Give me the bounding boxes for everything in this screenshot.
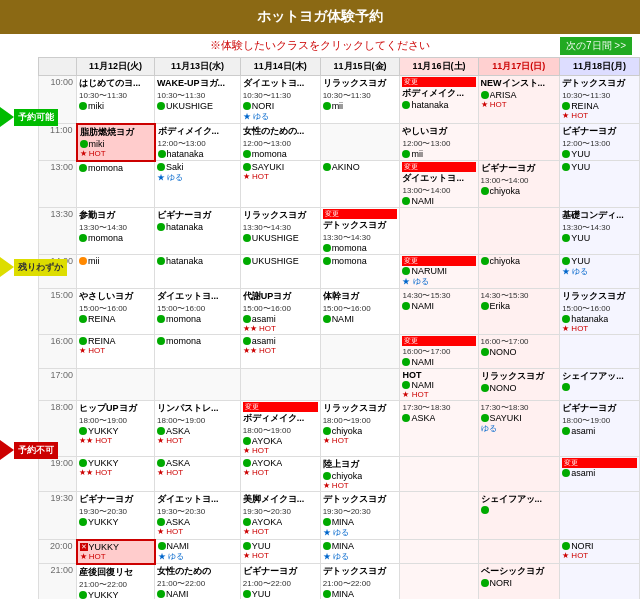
instructor-name: NARUMI	[411, 266, 447, 276]
availability-dot	[79, 102, 87, 110]
schedule-cell[interactable]: NORI★ HOT	[560, 540, 640, 564]
instructor-name: momona	[332, 256, 367, 266]
schedule-cell	[400, 492, 478, 540]
schedule-cell[interactable]: 変更ボディメイク...hatanaka	[400, 76, 478, 124]
schedule-cell[interactable]: ビギナーヨガ13:00〜14:00chiyoka	[478, 161, 560, 208]
schedule-cell[interactable]: やさしいヨガ15:00〜16:00REINA	[77, 289, 155, 335]
schedule-cell[interactable]: 産後回復リセ21:00〜22:00YUKKY	[77, 564, 155, 600]
schedule-cell[interactable]: リラックスヨガ10:30〜11:30mii	[320, 76, 400, 124]
schedule-cell[interactable]: 変更asami	[560, 457, 640, 492]
schedule-cell[interactable]: ベーシックヨガNORI	[478, 564, 560, 600]
schedule-cell[interactable]: momona	[77, 161, 155, 208]
schedule-cell[interactable]: シェイフアッ...	[478, 492, 560, 540]
schedule-cell[interactable]: 脂肪燃焼ヨガmiki★ HOT	[77, 124, 155, 161]
schedule-cell[interactable]: シェイフアッ...	[560, 369, 640, 401]
next-week-button[interactable]: 次の7日間 >>	[560, 37, 632, 55]
class-tags: ★★ HOT	[243, 324, 318, 333]
schedule-cell[interactable]: 17:30〜18:30SAYUKIゆる	[478, 401, 560, 457]
schedule-cell[interactable]: asami★★ HOT	[240, 335, 320, 369]
instructor-row: mii	[79, 256, 152, 266]
schedule-cell	[155, 369, 241, 401]
schedule-cell[interactable]: momona	[320, 255, 400, 289]
instructor-name: momona	[252, 149, 287, 159]
schedule-cell[interactable]: Saki★ ゆる	[155, 161, 241, 208]
schedule-cell[interactable]: 16:00〜17:00NONO	[478, 335, 560, 369]
schedule-cell[interactable]: ビギナーヨガ19:30〜20:30YUKKY	[77, 492, 155, 540]
schedule-cell[interactable]: リラックスヨガ13:30〜14:30UKUSHIGE	[240, 208, 320, 255]
instructor-name: NONO	[490, 347, 517, 357]
schedule-cell[interactable]: リンパストレ...18:00〜19:00ASKA★ HOT	[155, 401, 241, 457]
schedule-cell[interactable]: リラックスヨガNONO	[478, 369, 560, 401]
schedule-cell[interactable]: ヒップUPヨガ18:00〜19:00YUKKY★★ HOT	[77, 401, 155, 457]
schedule-cell[interactable]: 美脚メイクヨ...19:30〜20:30AYOKA★ HOT	[240, 492, 320, 540]
schedule-cell[interactable]: MINA★ ゆる	[320, 540, 400, 564]
time-range: 10:30〜11:30	[79, 90, 152, 101]
schedule-cell[interactable]: 変更NARUMI★ ゆる	[400, 255, 478, 289]
availability-dot	[481, 384, 489, 392]
schedule-cell[interactable]: WAKE-UPヨガ...10:30〜11:30UKUSHIGE	[155, 76, 241, 124]
instructor-row: hatanaka	[158, 149, 238, 159]
schedule-cell	[320, 124, 400, 161]
schedule-cell[interactable]: ビギナーヨガ21:00〜22:00YUU	[240, 564, 320, 600]
schedule-cell[interactable]: mii	[77, 255, 155, 289]
schedule-cell[interactable]: 陸上ヨガchiyoka★ HOT	[320, 457, 400, 492]
schedule-cell[interactable]: 17:30〜18:30ASKA	[400, 401, 478, 457]
schedule-cell[interactable]: ビギナーヨガ12:00〜13:00YUU	[560, 124, 640, 161]
schedule-cell[interactable]: chiyoka	[478, 255, 560, 289]
schedule-cell[interactable]: NAMI★ ゆる	[155, 540, 241, 564]
class-tags: ★ HOT	[243, 446, 318, 455]
instructor-row: REINA	[79, 336, 152, 346]
schedule-cell[interactable]: 14:30〜15:30Erika	[478, 289, 560, 335]
schedule-cell[interactable]: YUU	[560, 161, 640, 208]
schedule-cell[interactable]: リラックスヨガ18:00〜19:00chiyoka★ HOT	[320, 401, 400, 457]
schedule-cell[interactable]: リラックスヨガ15:00〜16:00hatanaka★ HOT	[560, 289, 640, 335]
schedule-cell[interactable]: HOTNAMI★ HOT	[400, 369, 478, 401]
instructor-name: hatanaka	[411, 100, 448, 110]
instructor-name: YUU	[571, 256, 590, 266]
availability-dot	[79, 257, 87, 265]
schedule-cell[interactable]: REINA★ HOT	[77, 335, 155, 369]
availability-dot	[157, 257, 165, 265]
schedule-cell[interactable]: デトックスヨガ10:30〜11:30REINA★ HOT	[560, 76, 640, 124]
schedule-cell[interactable]: AKINO	[320, 161, 400, 208]
schedule-cell[interactable]: ダイエットヨ...10:30〜11:30NORI★ ゆる	[240, 76, 320, 124]
schedule-cell[interactable]: デトックスヨガ21:00〜22:00MINA	[320, 564, 400, 600]
schedule-cell[interactable]: 体幹ヨガ15:00〜16:00NAMI	[320, 289, 400, 335]
schedule-cell[interactable]: はじめてのヨ...10:30〜11:30miki	[77, 76, 155, 124]
schedule-cell[interactable]: 基礎コンディ...13:30〜14:30YUU	[560, 208, 640, 255]
class-tags: ★ ゆる	[157, 172, 238, 183]
schedule-cell[interactable]: 変更デトックスヨガ13:30〜14:30momona	[320, 208, 400, 255]
schedule-cell[interactable]: 参勤ヨガ13:30〜14:30momona	[77, 208, 155, 255]
schedule-cell[interactable]: 変更ボディメイク...18:00〜19:00AYOKA★ HOT	[240, 401, 320, 457]
schedule-cell[interactable]: YUU★ ゆる	[560, 255, 640, 289]
schedule-cell[interactable]: momona	[155, 335, 241, 369]
class-name: ダイエットヨ...	[243, 77, 318, 90]
class-tags: ★ HOT	[80, 149, 152, 158]
schedule-cell[interactable]: ボディメイク...12:00〜13:00hatanaka	[155, 124, 241, 161]
schedule-cell[interactable]: 女性のための21:00〜22:00NAMI	[155, 564, 241, 600]
schedule-cell[interactable]: hatanaka	[155, 255, 241, 289]
schedule-cell[interactable]: YUU★ HOT	[240, 540, 320, 564]
schedule-cell[interactable]: ビギナーヨガhatanaka	[155, 208, 241, 255]
schedule-cell[interactable]: ビギナーヨガ18:00〜19:00asami	[560, 401, 640, 457]
schedule-cell[interactable]: SAYUKI★ HOT	[240, 161, 320, 208]
schedule-cell[interactable]: NEWインスト...ARISA★ HOT	[478, 76, 560, 124]
schedule-cell[interactable]: ダイエットヨ...19:30〜20:30ASKA★ HOT	[155, 492, 241, 540]
schedule-cell[interactable]: 女性のための...12:00〜13:00momona	[240, 124, 320, 161]
schedule-cell[interactable]: 代謝UPヨガ15:00〜16:00asami★★ HOT	[240, 289, 320, 335]
schedule-cell[interactable]: ダイエットヨ...15:00〜16:00momona	[155, 289, 241, 335]
instructor-row: hatanaka	[157, 256, 238, 266]
class-name: シェイフアッ...	[481, 493, 558, 506]
schedule-cell[interactable]: AYOKA★ HOT	[240, 457, 320, 492]
schedule-cell[interactable]: やしいヨガ12:00〜13:00mii	[400, 124, 478, 161]
schedule-cell[interactable]: UKUSHIGE	[240, 255, 320, 289]
schedule-cell[interactable]: ✕YUKKY★ HOT	[77, 540, 155, 564]
schedule-cell[interactable]: ASKA★ HOT	[155, 457, 241, 492]
schedule-cell[interactable]: 変更ダイエットヨ...13:00〜14:00NAMI	[400, 161, 478, 208]
schedule-cell[interactable]: 14:30〜15:30NAMI	[400, 289, 478, 335]
schedule-cell[interactable]: デトックスヨガ19:30〜20:30MINA★ ゆる	[320, 492, 400, 540]
instructor-row: chiyoka	[481, 256, 558, 266]
availability-dot	[157, 163, 165, 171]
schedule-cell[interactable]: 変更16:00〜17:00NAMI	[400, 335, 478, 369]
schedule-cell[interactable]: YUKKY★★ HOT	[77, 457, 155, 492]
